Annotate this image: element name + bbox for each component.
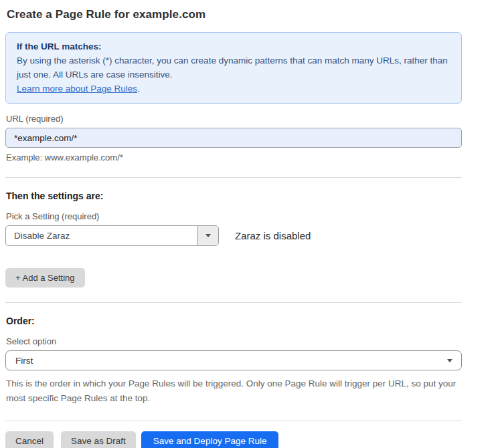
order-helper-text: This is the order in which your Page Rul… xyxy=(6,376,462,406)
setting-dropdown[interactable]: Disable Zaraz xyxy=(5,225,219,246)
save-deploy-button[interactable]: Save and Deploy Page Rule xyxy=(141,431,279,448)
info-box-heading: If the URL matches: xyxy=(17,39,450,53)
save-draft-button[interactable]: Save as Draft xyxy=(61,431,136,448)
pick-setting-label: Pick a Setting (required) xyxy=(6,211,462,221)
page-title: Create a Page Rule for example.com xyxy=(7,8,462,21)
setting-dropdown-value: Disable Zaraz xyxy=(6,226,197,245)
url-field-helper: Example: www.example.com/* xyxy=(6,152,462,162)
info-box-body: By using the asterisk (*) character, you… xyxy=(17,53,450,82)
setting-dropdown-arrow-button[interactable] xyxy=(197,226,218,245)
order-select[interactable]: First xyxy=(5,350,462,370)
add-setting-button[interactable]: + Add a Setting xyxy=(5,268,85,288)
learn-more-link[interactable]: Learn more about Page Rules xyxy=(17,84,137,94)
setting-status-text: Zaraz is disabled xyxy=(235,230,311,241)
cancel-button[interactable]: Cancel xyxy=(5,431,54,448)
order-select-value: First xyxy=(15,356,33,366)
page-rule-form: Create a Page Rule for example.com If th… xyxy=(5,8,462,448)
section-divider xyxy=(5,302,462,303)
footer-divider xyxy=(5,421,462,421)
setting-row: Disable Zaraz Zaraz is disabled xyxy=(5,225,462,246)
section-divider xyxy=(5,177,462,178)
url-input[interactable] xyxy=(5,128,462,148)
settings-section-heading: Then the settings are: xyxy=(6,191,462,201)
chevron-down-icon xyxy=(447,359,452,362)
url-match-info-box: If the URL matches: By using the asteris… xyxy=(5,32,462,104)
link-suffix: . xyxy=(137,84,140,94)
caret-down-icon xyxy=(205,234,211,237)
url-field-label: URL (required) xyxy=(6,114,462,124)
order-select-label: Select option xyxy=(6,336,462,346)
form-actions: Cancel Save as Draft Save and Deploy Pag… xyxy=(5,431,462,448)
info-box-link-line: Learn more about Page Rules. xyxy=(17,82,450,96)
order-section-heading: Order: xyxy=(6,316,462,326)
